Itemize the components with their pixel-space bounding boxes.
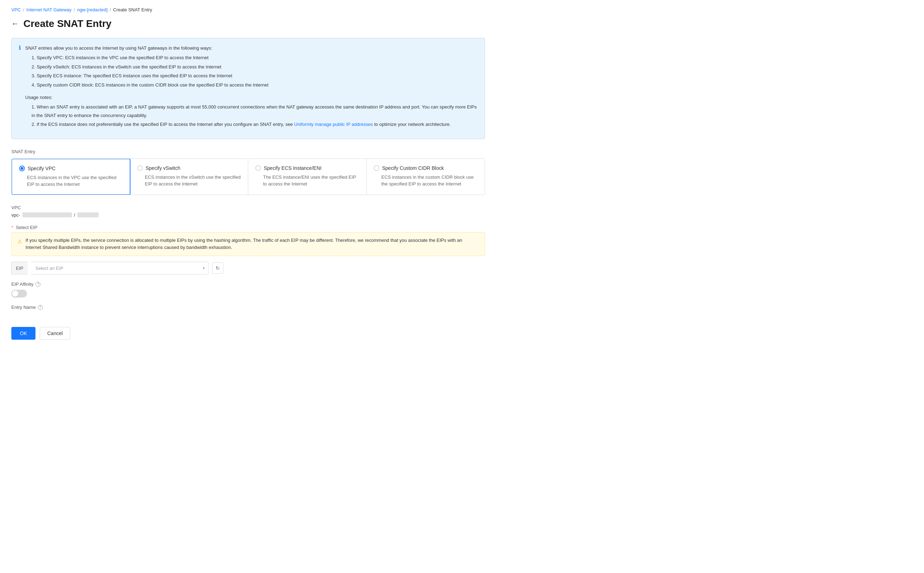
radio-ecs (255, 165, 261, 171)
eip-affinity-field: EIP Affinity ? (11, 282, 485, 297)
uniformly-manage-link[interactable]: Uniformly manage public IP addresses (294, 122, 373, 127)
option-vpc-label: Specify VPC (28, 166, 56, 171)
breadcrumb-current: Create SNAT Entry (113, 7, 152, 13)
vpc-value-blurred2 (77, 212, 98, 218)
back-button[interactable]: ← (11, 19, 19, 28)
breadcrumb: VPC / Internet NAT Gateway / ngw-[redact… (11, 7, 485, 13)
option-vswitch-desc: ECS instances in the vSwitch use the spe… (137, 174, 241, 188)
ok-button[interactable]: OK (11, 327, 36, 340)
entry-name-label: Entry Name (11, 305, 36, 310)
option-ecs-label: Specify ECS Instance/ENI (264, 165, 322, 171)
warning-icon: ⚠ (17, 237, 22, 252)
vpc-value-prefix: vpc- (11, 212, 20, 218)
eip-warning-text: If you specify multiple EIPs, the servic… (25, 237, 479, 252)
eip-select-input[interactable]: Select an EIP (31, 262, 208, 274)
refresh-button[interactable]: ↻ (212, 262, 224, 274)
eip-label: * Select EIP (11, 225, 485, 230)
info-item4: 4. Specify custom CIDR block: ECS instan… (31, 81, 478, 89)
vpc-value-blurred (22, 212, 72, 218)
eip-select-row: EIP Select an EIP ▾ ↻ (11, 262, 485, 274)
option-specify-vswitch[interactable]: Specify vSwitch ECS instances in the vSw… (130, 159, 249, 195)
usage-note1: 1. When an SNAT entry is associated with… (31, 103, 478, 119)
info-item1: 1. Specify VPC: ECS instances in the VPC… (31, 53, 478, 62)
option-cidr-label: Specify Custom CIDR Block (382, 165, 444, 171)
eip-tag: EIP (11, 262, 28, 274)
info-content: SNAT entries allow you to access the Int… (25, 44, 478, 133)
eip-warning-banner: ⚠ If you specify multiple EIPs, the serv… (11, 232, 485, 256)
vpc-value: vpc- / (11, 212, 485, 218)
radio-cidr (374, 165, 379, 171)
radio-vswitch (137, 165, 143, 171)
footer-actions: OK Cancel (11, 320, 485, 340)
info-icon: ℹ (19, 44, 21, 133)
snat-options-grid: Specify VPC ECS instances in the VPC use… (11, 158, 485, 195)
eip-required-star: * (11, 225, 13, 230)
vpc-label: VPC (11, 205, 485, 210)
info-item2: 2. Specify vSwitch: ECS instances in the… (31, 63, 478, 71)
cancel-button[interactable]: Cancel (40, 327, 70, 340)
option-specify-vpc[interactable]: Specify VPC ECS instances in the VPC use… (11, 158, 130, 195)
snat-entry-label: SNAT Entry (11, 149, 485, 154)
eip-affinity-label-row: EIP Affinity ? (11, 282, 485, 287)
eip-affinity-toggle[interactable] (11, 290, 27, 297)
breadcrumb-internet-nat[interactable]: Internet NAT Gateway (26, 7, 71, 13)
breadcrumb-gateway-id[interactable]: ngw-[redacted] (77, 7, 108, 13)
eip-affinity-label: EIP Affinity (11, 282, 33, 287)
breadcrumb-sep3: / (109, 7, 111, 13)
refresh-icon: ↻ (216, 265, 220, 271)
option-specify-cidr[interactable]: Specify Custom CIDR Block ECS instances … (367, 159, 485, 195)
breadcrumb-vpc[interactable]: VPC (11, 7, 21, 13)
entry-name-help-icon[interactable]: ? (38, 305, 43, 310)
eip-affinity-help-icon[interactable]: ? (36, 282, 41, 287)
option-vpc-desc: ECS instances in the VPC use the specifi… (19, 174, 123, 188)
page-title: Create SNAT Entry (23, 18, 111, 30)
usage-notes: Usage notes: 1. When an SNAT entry is as… (25, 93, 478, 129)
info-line0: SNAT entries allow you to access the Int… (25, 44, 478, 52)
entry-name-field: Entry Name ? (11, 305, 485, 310)
usage-note2: 2. If the ECS instance does not preferen… (31, 120, 478, 128)
eip-select-wrapper: Select an EIP ▾ (31, 262, 208, 274)
eip-field: * Select EIP ⚠ If you specify multiple E… (11, 225, 485, 275)
info-banner: ℹ SNAT entries allow you to access the I… (11, 38, 485, 139)
option-vswitch-label: Specify vSwitch (146, 165, 180, 171)
option-ecs-desc: The ECS instance/ENI uses the specified … (255, 174, 359, 188)
option-cidr-desc: ECS instances in the custom CIDR block u… (374, 174, 478, 188)
usage-notes-title: Usage notes: (25, 93, 478, 102)
info-item3: 3. Specify ECS instance: The specified E… (31, 72, 478, 80)
radio-vpc (19, 166, 25, 171)
vpc-slash: / (74, 212, 75, 218)
breadcrumb-sep1: / (23, 7, 25, 13)
breadcrumb-sep2: / (74, 7, 75, 13)
vpc-field: VPC vpc- / (11, 205, 485, 218)
option-specify-ecs[interactable]: Specify ECS Instance/ENI The ECS instanc… (248, 159, 367, 195)
